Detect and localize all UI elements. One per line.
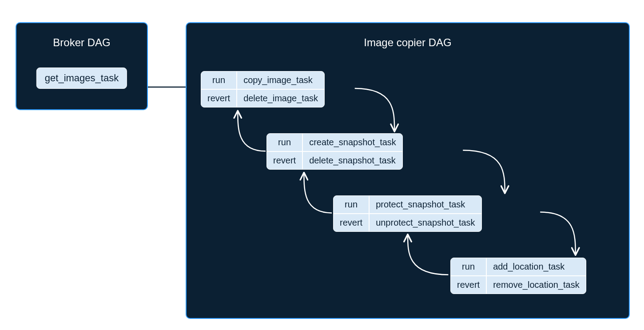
image-copier-dag-title: Image copier DAG bbox=[187, 36, 629, 49]
arrow-run-0-1 bbox=[355, 88, 394, 131]
arrow-run-2-3 bbox=[540, 212, 576, 254]
revert-label: revert bbox=[267, 151, 302, 169]
revert-task-name: delete_image_task bbox=[237, 89, 324, 107]
arrow-revert-3-2 bbox=[408, 235, 448, 274]
run-label: run bbox=[201, 72, 237, 89]
run-task-name: add_location_task bbox=[486, 258, 586, 276]
revert-label: revert bbox=[334, 214, 369, 231]
revert-label: revert bbox=[201, 89, 237, 107]
run-task-name: copy_image_task bbox=[237, 72, 324, 89]
revert-task-name: unprotect_snapshot_task bbox=[369, 214, 481, 231]
broker-dag-panel: Broker DAG get_images_task bbox=[16, 22, 148, 110]
broker-task-label: get_images_task bbox=[45, 72, 119, 83]
revert-task-name: delete_snapshot_task bbox=[302, 151, 402, 169]
run-task-name: protect_snapshot_task bbox=[369, 196, 481, 214]
task-node-create-snapshot: run create_snapshot_task revert delete_s… bbox=[266, 133, 403, 170]
revert-label: revert bbox=[451, 276, 486, 294]
arrow-revert-2-1 bbox=[304, 173, 332, 213]
broker-task-node: get_images_task bbox=[36, 68, 127, 89]
run-task-name: create_snapshot_task bbox=[302, 134, 402, 151]
image-copier-dag-panel: Image copier DAG run copy_image_task rev… bbox=[186, 22, 630, 319]
run-label: run bbox=[267, 134, 302, 151]
broker-dag-title: Broker DAG bbox=[16, 36, 147, 49]
task-node-add-location: run add_location_task revert remove_loca… bbox=[450, 258, 586, 294]
run-label: run bbox=[451, 258, 486, 276]
arrow-revert-1-0 bbox=[238, 111, 266, 151]
arrow-run-1-2 bbox=[463, 150, 505, 192]
run-label: run bbox=[334, 196, 369, 214]
revert-task-name: remove_location_task bbox=[486, 276, 586, 294]
task-node-copy-image: run copy_image_task revert delete_image_… bbox=[201, 71, 325, 107]
task-node-protect-snapshot: run protect_snapshot_task revert unprote… bbox=[333, 195, 482, 232]
